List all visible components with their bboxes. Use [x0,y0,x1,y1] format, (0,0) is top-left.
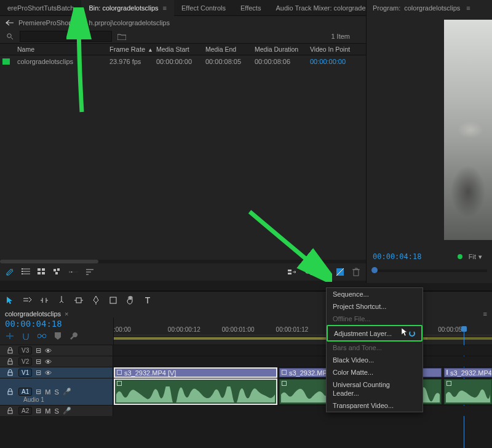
hand-tool-icon[interactable] [125,295,135,305]
wrench-icon[interactable] [69,331,79,341]
new-bin-folder-icon[interactable] [319,267,329,277]
program-scrubber[interactable] [371,270,487,272]
search-input[interactable] [23,33,109,40]
video-clip-3[interactable]: s3_2932.MP4 [V] [444,368,492,377]
track-output-icon[interactable]: ⊟ [36,358,41,366]
track-label-v1[interactable]: V1 [18,369,32,377]
track-label-a1[interactable]: A1 [18,388,32,396]
col-videoinpoint[interactable]: Video In Point [310,46,365,53]
linked-selection-icon[interactable] [37,331,47,341]
sort-icon[interactable] [85,267,95,277]
audio-clip-3[interactable] [444,379,492,404]
program-timecode[interactable]: 00:00:04:18 [373,252,421,261]
lock-icon[interactable] [5,357,15,367]
voice-over-icon[interactable]: 🎤 [63,388,71,396]
tab-effects[interactable]: Effects [233,0,268,16]
razor-tool-icon[interactable] [57,295,66,305]
menu-bars-and-tone[interactable]: Bars and Tone... [327,342,423,354]
mute-button[interactable]: M [45,407,50,415]
freeform-view-icon[interactable] [53,267,63,277]
lock-icon[interactable] [5,406,15,416]
snap-icon[interactable] [21,331,31,341]
track-body-v2[interactable] [113,356,492,367]
work-area-bar[interactable] [114,337,492,340]
solo-button[interactable]: S [54,407,58,415]
panel-menu-icon[interactable]: ≡ [163,4,167,12]
tab-batch[interactable]: ereProShortTutsBatch [0,0,81,16]
track-select-tool-icon[interactable] [22,295,32,305]
track-label-v2[interactable]: V2 [18,358,32,366]
col-framerate[interactable]: Frame Rate▲ [109,46,156,53]
track-body-v1[interactable]: s3_2932.MP4 [V] s3_2932.MP4 [V] s3_2932.… [113,367,492,378]
ripple-edit-tool-icon[interactable] [39,295,49,305]
track-body-a2[interactable] [113,406,492,416]
video-clip-1[interactable]: s3_2932.MP4 [V] [114,368,277,377]
track-output-icon[interactable]: ⊟ [36,388,41,396]
pen-tool-icon[interactable] [91,295,101,305]
time-ruler[interactable]: :00:00 00:00:00:12 00:00:01:00 00:00:01:… [114,326,492,333]
track-head-v3[interactable]: V3 ⊟👁 [0,345,113,356]
zoom-fit-dropdown[interactable]: Fit ▾ [469,253,482,261]
menu-counting-leader[interactable]: Universal Counting Leader... [327,378,423,399]
rectangle-tool-icon[interactable] [108,295,118,305]
track-head-a2[interactable]: A2 ⊟ M S 🎤 [0,406,113,416]
sequence-tab[interactable]: colorgradelotsclips [5,310,61,318]
track-body-a1[interactable] [113,378,492,405]
col-name[interactable]: Name [17,46,109,53]
close-icon[interactable]: × [65,310,68,318]
solo-button[interactable]: S [54,388,58,396]
track-label-a2[interactable]: A2 [18,407,32,415]
lock-icon[interactable] [5,387,15,397]
type-tool-icon[interactable]: T [143,295,153,305]
write-icon[interactable] [5,267,15,277]
voice-over-icon[interactable]: 🎤 [63,407,71,415]
list-view-icon[interactable] [21,267,31,277]
automate-to-sequence-icon[interactable] [287,267,297,277]
track-label-v3[interactable]: V3 [18,346,32,354]
delete-icon[interactable] [351,267,361,277]
selection-tool-icon[interactable] [5,295,15,305]
menu-transparent-video[interactable]: Transparent Video... [327,399,423,412]
timeline-menu-icon[interactable]: ≡ [483,310,487,318]
marker-icon[interactable] [53,331,63,341]
menu-offline-file[interactable]: Offline File... [327,313,423,325]
program-playhead[interactable] [371,267,378,273]
col-mediaend[interactable]: Media End [205,46,255,53]
find-icon[interactable] [303,267,313,277]
bin-empty-area[interactable] [0,68,366,260]
new-bin-icon[interactable] [117,31,127,41]
program-viewer[interactable] [444,20,492,240]
mute-button[interactable]: M [45,388,50,396]
menu-black-video[interactable]: Black Video... [327,354,423,366]
track-head-v1[interactable]: V1 ⊟👁 [0,367,113,378]
eye-icon[interactable]: 👁 [45,358,52,366]
track-output-icon[interactable]: ⊟ [36,346,41,354]
menu-color-matte[interactable]: Color Matte... [327,366,423,378]
eye-icon[interactable]: 👁 [45,347,52,354]
menu-adjustment-layer[interactable]: Adjustment Layer... [327,325,423,342]
lock-icon[interactable] [5,368,15,378]
col-mediaduration[interactable]: Media Duration [255,46,310,53]
track-output-icon[interactable]: ⊟ [36,407,41,415]
bin-row[interactable]: colorgradelotsclips 23.976 fps 00:00:00:… [0,55,366,68]
eye-icon[interactable]: 👁 [45,369,52,377]
back-icon[interactable] [5,18,15,28]
tab-bin[interactable]: Bin: colorgradelotsclips ≡ [81,0,174,16]
insert-mode-icon[interactable] [5,331,15,341]
program-menu-icon[interactable]: ≡ [466,4,470,12]
track-head-v2[interactable]: V2 ⊟👁 [0,356,113,367]
track-body-v3[interactable] [113,345,492,356]
sequence-timecode[interactable]: 00:00:04:18 [5,319,108,329]
slip-tool-icon[interactable] [74,295,84,305]
col-mediastart[interactable]: Media Start [156,46,205,53]
tab-effect-controls[interactable]: Effect Controls [174,0,233,16]
track-output-icon[interactable]: ⊟ [36,369,41,377]
audio-clip-1[interactable] [114,379,277,404]
icon-view-icon[interactable] [37,267,47,277]
menu-sequence[interactable]: Sequence... [327,288,423,300]
zoom-slider-icon[interactable] [69,267,79,277]
menu-project-shortcut[interactable]: Project Shortcut... [327,300,423,313]
new-item-icon[interactable] [335,267,345,277]
track-head-a1[interactable]: A1 ⊟ M S 🎤 Audio 1 [0,378,113,405]
lock-icon[interactable] [5,346,15,356]
